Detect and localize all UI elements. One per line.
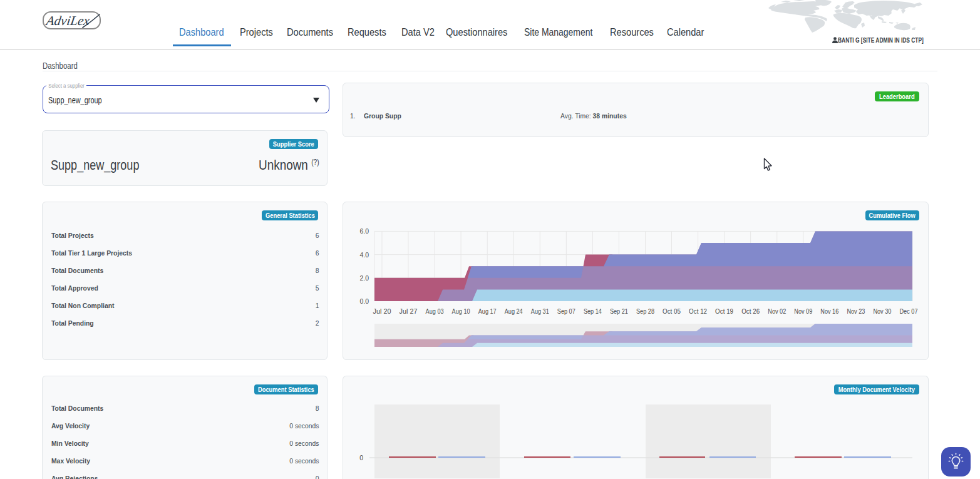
svg-text:Nov 16: Nov 16 [820, 307, 838, 315]
svg-text:Aug 10: Aug 10 [452, 307, 470, 315]
svg-text:Sep 28: Sep 28 [636, 307, 654, 315]
svg-text:Aug 31: Aug 31 [531, 307, 549, 315]
svg-text:Sep 07: Sep 07 [557, 307, 575, 315]
svg-text:Sep 21: Sep 21 [610, 307, 628, 315]
svg-text:Nov 09: Nov 09 [794, 307, 812, 315]
svg-text:4.0: 4.0 [359, 251, 369, 259]
svg-text:Oct 26: Oct 26 [741, 307, 760, 315]
svg-text:0.0: 0.0 [359, 297, 369, 305]
svg-text:Aug 24: Aug 24 [505, 307, 523, 315]
svg-text:Oct 19: Oct 19 [715, 307, 733, 315]
svg-text:Nov 23: Nov 23 [847, 307, 865, 315]
svg-text:Dec 07: Dec 07 [900, 307, 918, 315]
svg-text:Jul 27: Jul 27 [400, 307, 418, 315]
svg-text:0: 0 [359, 454, 363, 461]
svg-text:Oct 12: Oct 12 [689, 307, 707, 315]
svg-text:Jul 20: Jul 20 [373, 307, 391, 315]
svg-text:2.0: 2.0 [359, 274, 369, 282]
svg-text:6.0: 6.0 [359, 227, 369, 235]
svg-text:Aug 03: Aug 03 [426, 307, 444, 315]
svg-text:Nov 30: Nov 30 [873, 307, 891, 315]
svg-text:Sep 14: Sep 14 [584, 307, 602, 315]
svg-text:Nov 02: Nov 02 [768, 307, 786, 315]
svg-text:Oct 05: Oct 05 [663, 307, 681, 315]
svg-text:Aug 17: Aug 17 [478, 307, 497, 315]
